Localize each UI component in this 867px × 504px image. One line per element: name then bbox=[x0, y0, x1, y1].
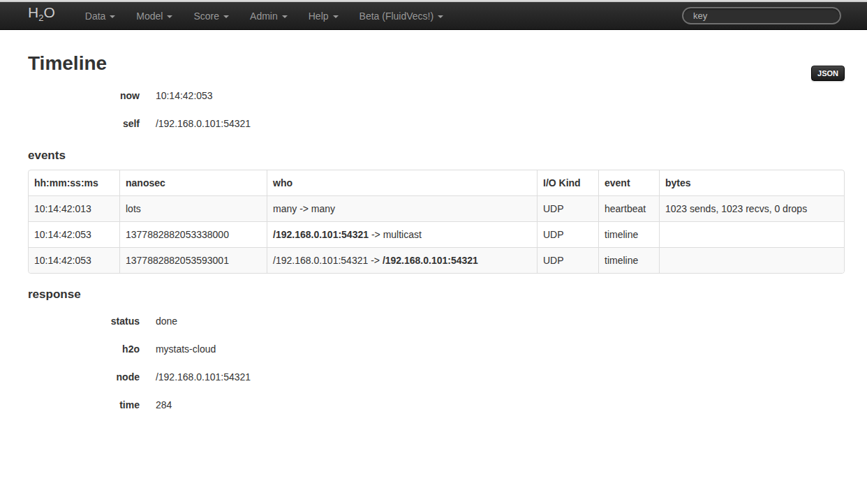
key-search-input[interactable] bbox=[682, 7, 841, 24]
nav-item-data[interactable]: Data bbox=[75, 2, 126, 30]
field-row-time: time 284 bbox=[28, 391, 845, 419]
cell-event: timeline bbox=[598, 221, 659, 247]
nav-item-label: Help bbox=[309, 9, 329, 23]
table-row: 10:14:42:053 1377882882053593001 /192.16… bbox=[29, 247, 844, 273]
cell-bytes bbox=[659, 221, 844, 247]
cell-nanosec: lots bbox=[119, 195, 267, 221]
cell-event: timeline bbox=[598, 247, 659, 273]
events-heading: events bbox=[28, 149, 845, 163]
main-menu: Data Model Score Admin Help Beta (FluidV… bbox=[75, 2, 454, 30]
events-table: hh:mm:ss:ms nanosec who I/O Kind event b… bbox=[28, 170, 845, 274]
who-to: /192.168.0.101:54321 bbox=[383, 255, 478, 266]
field-value: /192.168.0.101:54321 bbox=[156, 371, 251, 383]
nav-item-admin[interactable]: Admin bbox=[239, 2, 298, 30]
col-header-io-kind: I/O Kind bbox=[537, 170, 598, 195]
main-content: JSON Timeline now 10:14:42:053 self /192… bbox=[0, 51, 867, 419]
who-arrow: -> bbox=[299, 203, 309, 214]
col-header-who: who bbox=[267, 170, 537, 195]
cell-bytes bbox=[659, 247, 844, 273]
caret-down-icon bbox=[110, 15, 115, 18]
col-header-bytes: bytes bbox=[659, 170, 844, 195]
who-to: multicast bbox=[383, 229, 422, 240]
field-label: now bbox=[28, 89, 140, 103]
col-header-time: hh:mm:ss:ms bbox=[29, 170, 119, 195]
caret-down-icon bbox=[282, 15, 288, 18]
caret-down-icon bbox=[223, 15, 229, 18]
field-row-node: node /192.168.0.101:54321 bbox=[28, 363, 845, 391]
who-arrow: -> bbox=[371, 255, 380, 266]
table-row: 10:14:42:053 1377882882053338000 /192.16… bbox=[29, 221, 844, 247]
field-value: done bbox=[156, 316, 177, 327]
response-fields: status done h2o mystats-cloud node /192.… bbox=[28, 307, 845, 419]
cell-event: heartbeat bbox=[598, 195, 659, 221]
cell-time: 10:14:42:053 bbox=[29, 221, 119, 247]
navbar: H2O Data Model Score Admin Help Beta (Fl… bbox=[0, 2, 867, 30]
cell-time: 10:14:42:013 bbox=[29, 195, 119, 221]
logo-h: H bbox=[28, 4, 38, 20]
caret-down-icon bbox=[167, 15, 172, 18]
nav-item-model[interactable]: Model bbox=[126, 2, 183, 30]
caret-down-icon bbox=[333, 15, 339, 18]
field-label: status bbox=[28, 314, 140, 328]
cell-bytes: 1023 sends, 1023 recvs, 0 drops bbox=[659, 195, 844, 221]
nav-item-beta-fluidvecs[interactable]: Beta (FluidVecs!) bbox=[349, 2, 454, 30]
caret-down-icon bbox=[438, 15, 443, 18]
meta-fields: now 10:14:42:053 self /192.168.0.101:543… bbox=[28, 82, 845, 138]
field-label: time bbox=[28, 398, 140, 412]
table-header-row: hh:mm:ss:ms nanosec who I/O Kind event b… bbox=[29, 170, 844, 195]
cell-io-kind: UDP bbox=[537, 195, 598, 221]
cell-nanosec: 1377882882053593001 bbox=[119, 247, 267, 273]
field-value: mystats-cloud bbox=[156, 343, 216, 355]
field-row-now: now 10:14:42:053 bbox=[28, 82, 845, 110]
field-value: 284 bbox=[156, 399, 172, 410]
col-header-event: event bbox=[598, 170, 659, 195]
field-row-h2o: h2o mystats-cloud bbox=[28, 335, 845, 363]
json-button[interactable]: JSON bbox=[811, 66, 845, 81]
nav-item-label: Beta (FluidVecs!) bbox=[360, 9, 434, 23]
cell-nanosec: 1377882882053338000 bbox=[119, 221, 267, 247]
cell-time: 10:14:42:053 bbox=[29, 247, 119, 273]
page-title: Timeline bbox=[28, 51, 845, 76]
nav-item-label: Data bbox=[85, 9, 106, 23]
nav-item-help[interactable]: Help bbox=[298, 2, 349, 30]
who-arrow: -> bbox=[371, 229, 380, 240]
col-header-nanosec: nanosec bbox=[119, 170, 267, 195]
cell-who: /192.168.0.101:54321 -> /192.168.0.101:5… bbox=[267, 247, 537, 273]
field-row-status: status done bbox=[28, 307, 845, 335]
cell-who: many -> many bbox=[267, 195, 537, 221]
field-label: h2o bbox=[28, 342, 140, 356]
field-value: /192.168.0.101:54321 bbox=[156, 118, 251, 129]
nav-item-label: Score bbox=[193, 9, 219, 23]
response-heading: response bbox=[28, 288, 845, 302]
cell-io-kind: UDP bbox=[537, 221, 598, 247]
who-from: many bbox=[273, 203, 297, 214]
nav-item-label: Model bbox=[136, 9, 163, 23]
field-value: 10:14:42:053 bbox=[156, 90, 213, 101]
who-from: /192.168.0.101:54321 bbox=[273, 255, 368, 266]
field-label: self bbox=[28, 117, 140, 131]
h2o-logo[interactable]: H2O bbox=[0, 6, 62, 25]
nav-item-score[interactable]: Score bbox=[183, 2, 239, 30]
logo-o: O bbox=[43, 4, 54, 20]
table-row: 10:14:42:013 lots many -> many UDP heart… bbox=[29, 195, 844, 221]
cell-io-kind: UDP bbox=[537, 247, 598, 273]
who-to: many bbox=[311, 203, 335, 214]
field-row-self: self /192.168.0.101:54321 bbox=[28, 110, 845, 138]
cell-who: /192.168.0.101:54321 -> multicast bbox=[267, 221, 537, 247]
field-label: node bbox=[28, 370, 140, 384]
who-from: /192.168.0.101:54321 bbox=[273, 229, 369, 240]
nav-item-label: Admin bbox=[250, 9, 278, 23]
